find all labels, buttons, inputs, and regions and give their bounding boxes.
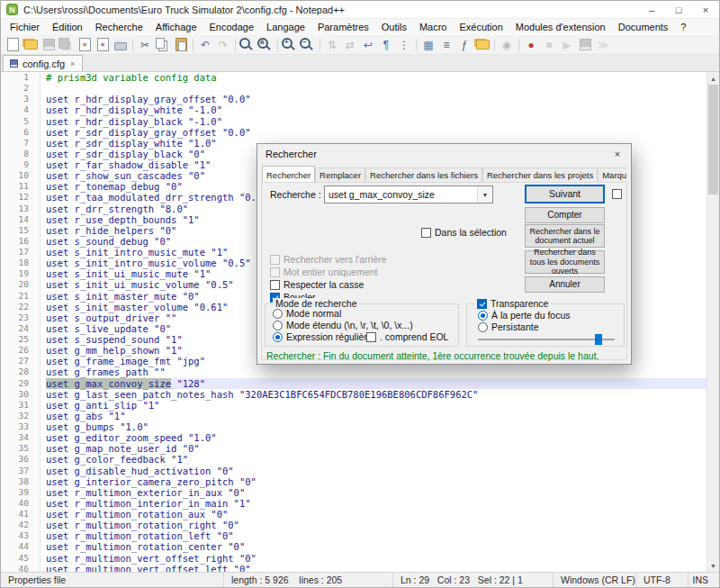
code-line[interactable]: uset r_multimon_vert_offset_right "0" bbox=[46, 553, 706, 564]
code-line[interactable]: uset r_sdr_display_gray_offset "0.0" bbox=[46, 127, 706, 138]
word-wrap-icon[interactable]: ↩ bbox=[360, 37, 376, 53]
document-map-icon[interactable]: ▦ bbox=[420, 37, 436, 53]
match-case-checkbox[interactable]: Respecter la casse bbox=[270, 279, 364, 290]
code-line[interactable]: uset r_multimon_rotation_right "0" bbox=[46, 520, 706, 530]
regex-mode-radio[interactable]: Expression régulière bbox=[273, 331, 373, 342]
menu-item[interactable]: Outils bbox=[375, 19, 413, 35]
code-line[interactable]: uset g_disable_hud_activation "0" bbox=[46, 466, 706, 476]
replace-icon[interactable]: a bbox=[257, 37, 274, 53]
show-all-characters-icon[interactable]: ¶ bbox=[378, 37, 394, 53]
minimize-icon[interactable]: – bbox=[638, 1, 665, 18]
scroll-down-icon[interactable]: ▼ bbox=[707, 559, 719, 572]
close-file-icon[interactable]: × bbox=[76, 37, 93, 53]
search-all-open-documents-button[interactable]: Rechercher dans tous les documents ouver… bbox=[525, 250, 605, 274]
menu-item[interactable]: Macro bbox=[413, 19, 454, 35]
two-buttons-mode-checkbox[interactable] bbox=[612, 189, 622, 199]
code-line[interactable]: uset g_anti_slip "1" bbox=[46, 400, 706, 411]
always-radio[interactable]: Persistante bbox=[478, 321, 539, 332]
count-button[interactable]: Compter bbox=[525, 207, 605, 223]
code-line[interactable]: uset r_multimon_vert_offset_left "0" bbox=[46, 564, 706, 572]
code-line[interactable]: uset r_multimon_rotation_center "0" bbox=[46, 541, 706, 552]
menu-item[interactable]: Exécution bbox=[453, 19, 508, 35]
tab-close-icon[interactable]: × bbox=[69, 59, 76, 68]
menu-item[interactable]: Recherche bbox=[89, 19, 149, 35]
paste-icon[interactable] bbox=[173, 37, 189, 53]
menu-item[interactable]: Fichier bbox=[4, 19, 46, 35]
regex-mode-radio-button[interactable] bbox=[273, 332, 283, 342]
code-line[interactable]: uset r_hdr_display_black "-1.0" bbox=[46, 116, 706, 127]
menu-item[interactable]: Modules d'extension bbox=[509, 19, 612, 35]
close-all-files-icon[interactable]: × bbox=[94, 37, 111, 53]
find-dialog-titlebar[interactable]: Rechercher bbox=[257, 144, 631, 164]
always-radio-button[interactable] bbox=[478, 322, 488, 332]
scrollbar-track[interactable] bbox=[707, 85, 719, 559]
record-macro-icon[interactable]: ● bbox=[523, 37, 539, 53]
print-icon[interactable] bbox=[112, 37, 129, 53]
normal-mode-radio-button[interactable] bbox=[273, 309, 283, 319]
find-icon[interactable] bbox=[239, 37, 256, 53]
code-line[interactable]: # prism3d variable config data bbox=[46, 72, 706, 83]
in-selection-checkbox[interactable]: Dans la sélection bbox=[421, 227, 507, 238]
search-current-document-button[interactable]: Rechercher dans le document actuel bbox=[525, 224, 605, 248]
code-line[interactable]: uset r_hdr_display_gray_offset "0.0" bbox=[46, 94, 706, 104]
transparency-checkbox[interactable]: Transparence bbox=[474, 298, 551, 309]
close-window-icon[interactable]: × bbox=[692, 1, 719, 18]
code-line[interactable]: uset r_hdr_display_white "-1.0" bbox=[46, 104, 706, 115]
code-line[interactable]: uset g_bumps "1.0" bbox=[46, 421, 706, 432]
open-file-icon[interactable] bbox=[22, 37, 39, 53]
match-case-checkbox-box[interactable] bbox=[270, 280, 280, 290]
extended-mode-radio[interactable]: Mode étendu (\n, \r, \t, \0, \x...) bbox=[273, 320, 413, 330]
code-line[interactable]: uset g_abs "1" bbox=[46, 411, 706, 421]
zoom-out-icon[interactable]: − bbox=[300, 37, 316, 53]
find-dialog-tab[interactable]: Remplacer bbox=[315, 167, 365, 183]
maximize-icon[interactable]: □ bbox=[665, 1, 692, 18]
find-next-button[interactable]: Suivant bbox=[525, 185, 605, 204]
find-dialog-tab[interactable]: Rechercher dans les fichiers bbox=[365, 167, 482, 183]
cut-icon[interactable]: ✂ bbox=[137, 37, 153, 53]
code-line[interactable]: uset g_color_feedback "1" bbox=[46, 454, 706, 465]
menu-item[interactable]: ? bbox=[674, 19, 692, 35]
code-line[interactable]: uset g_max_convoy_size "128" bbox=[46, 378, 706, 389]
cancel-button[interactable]: Annuler bbox=[525, 276, 605, 293]
code-line[interactable]: uset r_multimon_rotation_left "0" bbox=[46, 530, 706, 541]
search-combobox[interactable]: uset g_max_convoy_size ▼ bbox=[324, 185, 493, 204]
find-dialog-tab[interactable]: Rechercher dans les projets bbox=[482, 167, 598, 183]
scroll-up-icon[interactable]: ▲ bbox=[707, 72, 719, 85]
menu-item[interactable]: Documents bbox=[612, 19, 675, 35]
on-losing-focus-radio-button[interactable] bbox=[478, 311, 488, 321]
folder-as-workspace-icon[interactable] bbox=[474, 37, 490, 53]
code-line[interactable]: uset g_map_note_user_id "0" bbox=[46, 443, 706, 454]
code-line[interactable]: uset g_interior_camera_zero_pitch "0" bbox=[46, 476, 706, 487]
dot-matches-newline-checkbox[interactable]: . comprend EOL bbox=[366, 331, 448, 342]
on-losing-focus-radio[interactable]: À la perte du focus bbox=[478, 310, 571, 321]
find-dialog-tab[interactable]: Marquer bbox=[598, 167, 626, 183]
vertical-scrollbar[interactable]: ▲ ▼ bbox=[706, 72, 719, 572]
find-dialog-close-icon[interactable]: × bbox=[607, 146, 628, 162]
in-selection-checkbox-box[interactable] bbox=[421, 228, 431, 238]
menu-item[interactable]: Paramètres bbox=[311, 19, 375, 35]
new-file-icon[interactable] bbox=[4, 37, 21, 53]
menu-item[interactable]: Langage bbox=[260, 19, 311, 35]
code-line[interactable]: uset g_editor_zoom_speed "1.0" bbox=[46, 432, 706, 443]
find-dialog-tab[interactable]: Rechercher bbox=[262, 166, 315, 183]
code-line[interactable]: uset r_multimon_exterior_in_aux "0" bbox=[46, 487, 706, 498]
normal-mode-radio[interactable]: Mode normal bbox=[273, 308, 341, 319]
code-line[interactable] bbox=[46, 83, 706, 94]
scrollbar-thumb[interactable] bbox=[708, 85, 718, 194]
menu-item[interactable]: Encodage bbox=[203, 19, 261, 35]
code-line[interactable]: uset r_multimon_interior_in_main "1" bbox=[46, 498, 706, 509]
code-line[interactable]: uset g_frames_path "" bbox=[46, 366, 706, 377]
code-line[interactable]: uset g_last_seen_patch_notes_hash "320AE… bbox=[46, 389, 706, 400]
menu-item[interactable]: Affichage bbox=[149, 19, 203, 35]
indent-guide-icon[interactable]: ⋮ bbox=[396, 37, 412, 53]
menu-item[interactable]: Édition bbox=[46, 19, 89, 35]
code-line[interactable]: uset r_multimon_rotation_aux "0" bbox=[46, 509, 706, 520]
document-list-icon[interactable]: ≡ bbox=[438, 37, 454, 53]
transparency-slider[interactable] bbox=[478, 334, 615, 345]
zoom-in-icon[interactable]: + bbox=[282, 37, 298, 53]
dot-matches-newline-checkbox-box[interactable] bbox=[366, 332, 376, 342]
combobox-dropdown-icon[interactable]: ▼ bbox=[477, 186, 492, 203]
extended-mode-radio-button[interactable] bbox=[273, 321, 283, 330]
tab-config-cfg[interactable]: config.cfg × bbox=[3, 55, 83, 71]
copy-icon[interactable] bbox=[155, 37, 171, 53]
